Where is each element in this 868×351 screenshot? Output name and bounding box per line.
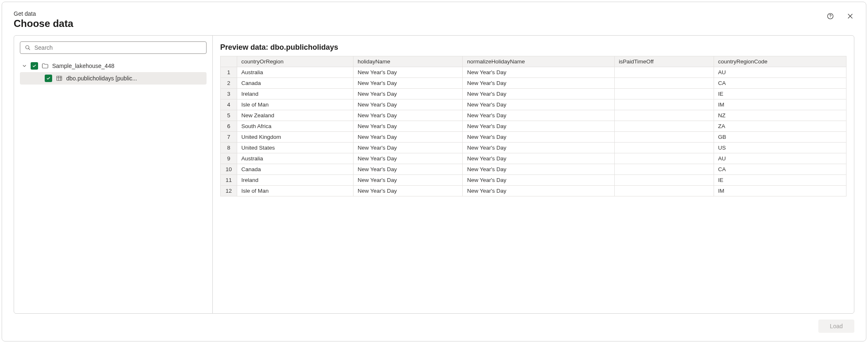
table-cell <box>614 143 714 153</box>
table-cell: New Year's Day <box>463 132 615 143</box>
column-header[interactable]: countryRegionCode <box>714 56 846 67</box>
table-cell: Ireland <box>237 175 353 186</box>
table-cell: NZ <box>714 110 846 121</box>
row-number: 10 <box>221 164 237 175</box>
table-cell: New Year's Day <box>353 143 463 153</box>
preview-table: countryOrRegionholidayNamenormalizeHolid… <box>220 56 846 196</box>
table-cell: New Year's Day <box>353 132 463 143</box>
close-icon[interactable] <box>846 12 854 20</box>
table-row[interactable]: 3IrelandNew Year's DayNew Year's DayIE <box>221 89 846 99</box>
table-cell <box>614 175 714 186</box>
chevron-down-icon <box>22 63 27 69</box>
table-row[interactable]: 2CanadaNew Year's DayNew Year's DayCA <box>221 78 846 89</box>
table-cell: IE <box>714 175 846 186</box>
checkbox-root[interactable] <box>31 62 38 70</box>
table-cell: New Year's Day <box>463 121 615 132</box>
preview-title: Preview data: dbo.publicholidays <box>220 43 846 52</box>
header-left: Get data Choose data <box>14 10 826 35</box>
table-cell: New Year's Day <box>353 186 463 196</box>
table-row[interactable]: 10CanadaNew Year's DayNew Year's DayCA <box>221 164 846 175</box>
table-cell <box>614 78 714 89</box>
table-cell: Canada <box>237 78 353 89</box>
row-number: 11 <box>221 175 237 186</box>
content-area: Sample_lakehouse_448 dbo.publicholidays … <box>14 35 854 314</box>
table-cell: US <box>714 143 846 153</box>
table-cell: Isle of Man <box>237 99 353 110</box>
row-number: 12 <box>221 186 237 196</box>
table-row[interactable]: 8United StatesNew Year's DayNew Year's D… <box>221 143 846 153</box>
table-row[interactable]: 6South AfricaNew Year's DayNew Year's Da… <box>221 121 846 132</box>
column-header[interactable]: normalizeHolidayName <box>463 56 615 67</box>
table-icon <box>55 75 63 82</box>
row-number: 5 <box>221 110 237 121</box>
tree-child-item[interactable]: dbo.publicholidays [public... <box>20 72 207 85</box>
column-header[interactable]: isPaidTimeOff <box>614 56 714 67</box>
table-cell: New Year's Day <box>353 99 463 110</box>
checkbox-child[interactable] <box>45 75 52 82</box>
table-cell <box>614 121 714 132</box>
table-cell: New Year's Day <box>463 143 615 153</box>
search-input[interactable] <box>34 44 202 51</box>
table-cell: New Year's Day <box>463 175 615 186</box>
search-icon <box>24 44 31 51</box>
header-icons <box>826 10 854 20</box>
table-body: 1AustraliaNew Year's DayNew Year's DayAU… <box>221 67 846 196</box>
table-cell: IM <box>714 186 846 196</box>
svg-point-2 <box>26 46 29 49</box>
search-box[interactable] <box>20 41 207 54</box>
row-number: 3 <box>221 89 237 99</box>
table-cell: New Year's Day <box>463 89 615 99</box>
row-number: 6 <box>221 121 237 132</box>
table-cell: AU <box>714 153 846 164</box>
table-row[interactable]: 1AustraliaNew Year's DayNew Year's DayAU <box>221 67 846 78</box>
table-cell: New Zealand <box>237 110 353 121</box>
table-cell <box>614 132 714 143</box>
table-cell: GB <box>714 132 846 143</box>
table-cell: New Year's Day <box>463 67 615 78</box>
table-cell: ZA <box>714 121 846 132</box>
load-button[interactable]: Load <box>818 320 854 333</box>
table-cell <box>614 153 714 164</box>
table-cell: New Year's Day <box>463 99 615 110</box>
table-cell: Australia <box>237 153 353 164</box>
get-data-dialog: Get data Choose data <box>2 2 866 341</box>
table-cell: Ireland <box>237 89 353 99</box>
table-row[interactable]: 11IrelandNew Year's DayNew Year's DayIE <box>221 175 846 186</box>
table-cell: New Year's Day <box>353 78 463 89</box>
table-row[interactable]: 5New ZealandNew Year's DayNew Year's Day… <box>221 110 846 121</box>
dialog-header: Get data Choose data <box>14 10 854 35</box>
table-row[interactable]: 12Isle of ManNew Year's DayNew Year's Da… <box>221 186 846 196</box>
breadcrumb: Get data <box>14 10 826 17</box>
table-cell: New Year's Day <box>353 110 463 121</box>
table-row[interactable]: 4Isle of ManNew Year's DayNew Year's Day… <box>221 99 846 110</box>
table-cell: New Year's Day <box>353 89 463 99</box>
table-row[interactable]: 9AustraliaNew Year's DayNew Year's DayAU <box>221 153 846 164</box>
column-header[interactable]: countryOrRegion <box>237 56 353 67</box>
row-number: 1 <box>221 67 237 78</box>
table-cell <box>614 99 714 110</box>
table-cell: Canada <box>237 164 353 175</box>
row-number: 2 <box>221 78 237 89</box>
help-icon[interactable] <box>826 12 834 20</box>
table-cell: Isle of Man <box>237 186 353 196</box>
table-cell: New Year's Day <box>353 175 463 186</box>
table-cell <box>614 186 714 196</box>
table-cell: United States <box>237 143 353 153</box>
table-cell: New Year's Day <box>353 153 463 164</box>
table-cell: New Year's Day <box>353 67 463 78</box>
table-cell: New Year's Day <box>463 78 615 89</box>
table-cell <box>614 67 714 78</box>
table-cell <box>614 89 714 99</box>
table-cell: Australia <box>237 67 353 78</box>
table-cell: New Year's Day <box>353 164 463 175</box>
right-panel: Preview data: dbo.publicholidays country… <box>213 36 854 313</box>
column-header[interactable]: holidayName <box>353 56 463 67</box>
tree-root-item[interactable]: Sample_lakehouse_448 <box>20 60 207 72</box>
table-cell: IM <box>714 99 846 110</box>
table-row[interactable]: 7United KingdomNew Year's DayNew Year's … <box>221 132 846 143</box>
row-number: 7 <box>221 132 237 143</box>
row-number: 8 <box>221 143 237 153</box>
table-cell: IE <box>714 89 846 99</box>
table-cell <box>614 164 714 175</box>
table-cell: CA <box>714 164 846 175</box>
